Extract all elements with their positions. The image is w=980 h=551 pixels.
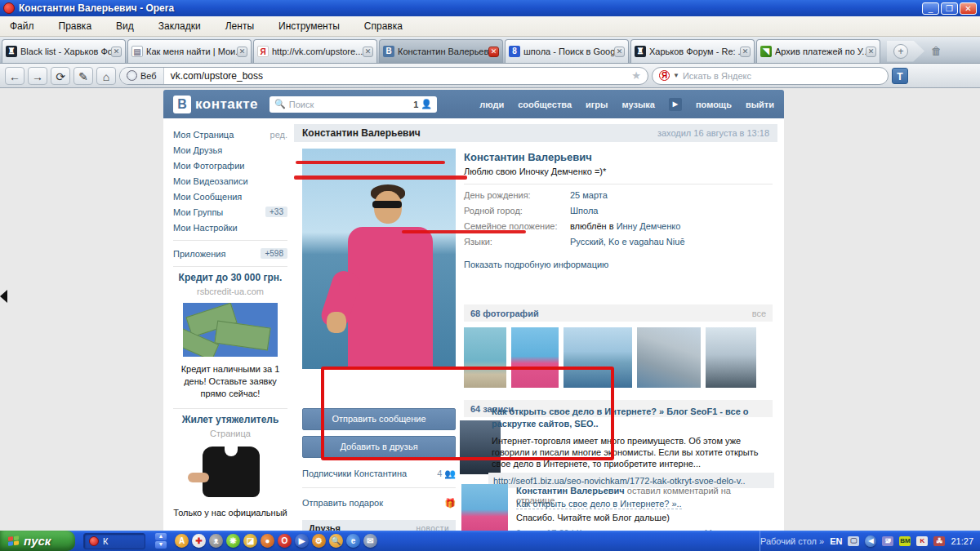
languages-link[interactable]: Русский, Ko e vagahau Niuē bbox=[570, 237, 685, 252]
reload-button[interactable]: ⟳ bbox=[51, 67, 70, 85]
sidebar-item-messages[interactable]: Мои Сообщения bbox=[173, 189, 287, 204]
tab-close-icon[interactable]: ✕ bbox=[614, 47, 625, 57]
ad-vest-image[interactable] bbox=[188, 445, 273, 500]
bookmark-star-icon[interactable]: ★ bbox=[631, 69, 648, 82]
tab-close-icon[interactable]: ✕ bbox=[363, 47, 373, 57]
post-avatar[interactable] bbox=[461, 484, 508, 531]
start-button[interactable]: пуск bbox=[0, 531, 75, 551]
sidebar-item-videos[interactable]: Мои Видеозаписи bbox=[173, 173, 287, 189]
menu-feeds[interactable]: Ленты bbox=[224, 19, 256, 33]
tab-close-icon[interactable]: ✕ bbox=[866, 47, 876, 57]
vk-logo[interactable]: В контакте bbox=[173, 96, 258, 113]
nav-more-arrow-icon[interactable]: ▶ bbox=[669, 98, 682, 111]
clock[interactable]: 21:27 bbox=[951, 536, 973, 546]
quicklaunch-icon[interactable]: ✉ bbox=[363, 534, 377, 548]
close-button[interactable]: ✕ bbox=[960, 2, 977, 15]
tab-payments-archive[interactable]: ◥ Архив платежей по У... ✕ bbox=[756, 39, 880, 63]
attachment-url-link[interactable]: http://seof1.biz.ua/seo-novichkam/1772-k… bbox=[493, 476, 746, 486]
ad-vest-title[interactable]: Жилет утяжелитель bbox=[173, 414, 287, 426]
tab-google-search[interactable]: 8 шпола - Поиск в Google ✕ bbox=[505, 39, 629, 63]
photo-thumb-cliff[interactable] bbox=[637, 327, 701, 388]
photo-thumb-castle[interactable] bbox=[706, 327, 756, 388]
tab-close-icon[interactable]: ✕ bbox=[237, 47, 247, 57]
quicklaunch-icon[interactable]: A bbox=[175, 534, 189, 548]
closed-tabs-trash-icon[interactable]: 🗑 bbox=[931, 45, 944, 58]
sidebar-item-friends[interactable]: Мои Друзья bbox=[173, 142, 287, 158]
menu-view[interactable]: Вид bbox=[114, 19, 136, 33]
post-author-link[interactable]: Константин Валерьевич bbox=[516, 486, 625, 495]
quicklaunch-icon[interactable]: ⚙ bbox=[312, 534, 326, 548]
restore-button[interactable]: ❐ bbox=[941, 2, 958, 15]
desktop-toolbar[interactable]: Рабочий стол » bbox=[760, 536, 824, 546]
quicklaunch-icon[interactable]: ● bbox=[261, 534, 274, 548]
web-dropdown[interactable]: Веб bbox=[120, 68, 164, 84]
tab-close-icon[interactable]: ✕ bbox=[488, 47, 499, 57]
sidebar-item-apps[interactable]: Приложения+598 bbox=[173, 246, 287, 261]
profile-photo[interactable] bbox=[302, 149, 456, 369]
nav-communities[interactable]: сообщества bbox=[518, 100, 572, 109]
home-button[interactable]: ⌂ bbox=[96, 67, 116, 85]
back-button[interactable]: ← bbox=[5, 67, 24, 85]
quicklaunch-icon[interactable]: ᴥ bbox=[209, 534, 223, 548]
nav-games[interactable]: игры bbox=[586, 100, 608, 109]
send-gift-row[interactable]: Отправить подарок 🎁 bbox=[302, 494, 456, 512]
post-page-link[interactable]: Как открыть свое дело в Интернете? ».. bbox=[516, 499, 682, 509]
menu-bookmarks[interactable]: Закладки bbox=[157, 19, 203, 33]
volume-tray-icon[interactable]: ◀ bbox=[865, 535, 876, 547]
sidebar-item-groups[interactable]: Мои Группы+33 bbox=[173, 204, 287, 220]
menu-edit[interactable]: Правка bbox=[57, 19, 94, 33]
tab-kharkov-forum[interactable]: ♜ Харьков Форум - Re: ... ✕ bbox=[630, 39, 755, 63]
yandex-search-field[interactable]: Я ▼ Искать в Яндекс bbox=[652, 67, 889, 85]
chevron-down-icon[interactable]: ▼ bbox=[673, 72, 679, 79]
antivirus-tray-icon[interactable]: K bbox=[916, 536, 928, 546]
tab-how-to-find[interactable]: ▤ Как меня найти | Мои... ✕ bbox=[127, 39, 252, 63]
followers-row[interactable]: Подписчики Константина 4👥 bbox=[302, 464, 456, 482]
sidebar-item-my-page[interactable]: Моя Страницаред. bbox=[173, 127, 287, 142]
menu-help[interactable]: Справка bbox=[363, 19, 404, 33]
menu-tools[interactable]: Инструменты bbox=[277, 19, 341, 33]
profile-status[interactable]: Люблю свою Иночку Демченко =)* bbox=[464, 167, 606, 176]
nav-logout[interactable]: выйти bbox=[746, 100, 774, 109]
birthday-link[interactable]: 25 марта bbox=[570, 190, 608, 206]
nav-music[interactable]: музыка bbox=[621, 100, 654, 109]
quicklaunch-icon[interactable]: ▶ bbox=[295, 534, 309, 548]
network-alert-tray-icon[interactable]: 🖧 bbox=[933, 536, 945, 546]
url-text[interactable]: vk.com/upstore_boss bbox=[164, 70, 270, 82]
opera-task-button[interactable]: К bbox=[83, 533, 145, 549]
vk-search-input[interactable]: 🔍 Поиск 1👤 bbox=[270, 96, 437, 113]
quicklaunch-icon[interactable]: ❋ bbox=[226, 534, 240, 548]
panel-toggle-button[interactable]: T bbox=[892, 68, 908, 84]
new-tab-button[interactable]: + bbox=[893, 44, 908, 59]
sidebar-item-photos[interactable]: Мои Фотографии bbox=[173, 158, 287, 173]
monitors-tray-icon[interactable]: 🖳 bbox=[882, 536, 893, 546]
network-tray-icon[interactable]: 🖵 bbox=[848, 536, 859, 546]
forward-button[interactable]: → bbox=[28, 67, 47, 85]
photos-all-link[interactable]: все bbox=[752, 309, 766, 318]
quicklaunch-icon[interactable]: e bbox=[346, 534, 360, 548]
toolbar-chevrons[interactable]: ▲▼ bbox=[155, 533, 167, 549]
tab-close-icon[interactable]: ✕ bbox=[111, 47, 122, 57]
show-more-link[interactable]: Показать подробную информацию bbox=[464, 260, 608, 269]
hometown-link[interactable]: Шпола bbox=[570, 206, 598, 221]
quicklaunch-icon[interactable]: O bbox=[278, 534, 292, 548]
minimize-button[interactable]: _ bbox=[922, 2, 939, 15]
quicklaunch-icon[interactable]: ◪ bbox=[243, 534, 257, 548]
quicklaunch-icon[interactable]: ✚ bbox=[192, 534, 206, 548]
tab-close-icon[interactable]: ✕ bbox=[740, 47, 751, 57]
sidebar-item-settings[interactable]: Мои Настройки bbox=[173, 220, 287, 235]
ad-credit-title[interactable]: Кредит до 30 000 грн. bbox=[173, 272, 287, 284]
bm-tray-icon[interactable]: BM bbox=[899, 536, 911, 546]
nav-people[interactable]: люди bbox=[479, 100, 504, 109]
ad-credit-image[interactable] bbox=[183, 303, 278, 357]
language-indicator[interactable]: EN bbox=[830, 536, 842, 546]
edit-link[interactable]: ред. bbox=[270, 130, 287, 140]
friends-title[interactable]: Друзья bbox=[309, 523, 341, 531]
url-field[interactable]: Веб vk.com/upstore_boss ★ bbox=[119, 67, 648, 85]
relationship-link[interactable]: Инну Демченко bbox=[617, 221, 681, 231]
tab-blacklist[interactable]: ♜ Black list - Харьков Фо... ✕ bbox=[2, 39, 126, 63]
tab-konstantin-active[interactable]: В Константин Валерьевич ✕ bbox=[379, 39, 503, 63]
ad-credit-url[interactable]: rsbcredit-ua.com bbox=[173, 287, 287, 296]
menu-file[interactable]: Файл bbox=[8, 19, 36, 33]
photos-count-title[interactable]: 68 фотографий bbox=[470, 309, 539, 318]
quicklaunch-icon[interactable]: 🔍 bbox=[329, 534, 343, 548]
